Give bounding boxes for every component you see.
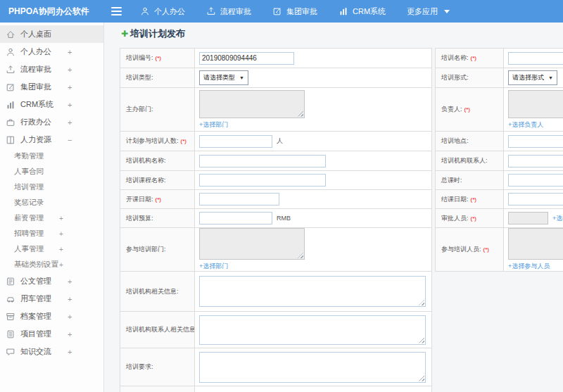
sidebar-item-label: 流程审批 xyxy=(20,64,51,75)
leader-select-link[interactable]: +选择负责人 xyxy=(508,120,543,129)
course-name-input[interactable] xyxy=(199,174,326,186)
budget-input[interactable] xyxy=(199,212,272,225)
leader-box[interactable] xyxy=(508,90,563,118)
budget-label: 培训预算: xyxy=(126,214,153,223)
sidebar-item-group-approval[interactable]: 集团审批+ xyxy=(0,78,103,96)
host-dept-label-cell: 主办部门: xyxy=(120,88,195,131)
form-right-table: 培训名称:(*)培训形式:请选择形式▼负责人:(*)+选择负责人培训地点:培训机… xyxy=(435,48,563,272)
approver-label: 审批人员: xyxy=(441,214,469,223)
required-mark: (*) xyxy=(471,215,476,222)
form-row-participants: 参与培训人员:(*)+选择参与人员 xyxy=(436,228,563,272)
planned-count-input[interactable] xyxy=(199,135,272,148)
location-label: 培训地点: xyxy=(441,137,469,146)
planned-count-unit: 人 xyxy=(277,137,283,146)
expand-indicator: − xyxy=(68,136,72,144)
sidebar-subitem-training[interactable]: 培训管理 xyxy=(0,179,103,195)
caret-down-icon: ▼ xyxy=(548,75,553,80)
form-row-end-date: 结课日期:(*) xyxy=(436,190,563,209)
nav-crm-system-label: CRM系统 xyxy=(353,6,386,17)
sidebar-subitem-reward-punish[interactable]: 奖惩记录 xyxy=(0,195,103,210)
location-input[interactable] xyxy=(508,135,563,148)
host-dept-select-link[interactable]: +选择部门 xyxy=(199,120,228,129)
training-no-input[interactable] xyxy=(199,52,294,65)
sidebar-item-project[interactable]: 项目管理+ xyxy=(0,325,103,343)
total-hours-input[interactable] xyxy=(508,174,563,186)
sidebar-item-personal-desktop[interactable]: 个人桌面 xyxy=(0,25,103,43)
host-dept-box[interactable] xyxy=(199,90,305,118)
course-name-label: 培训课程名称: xyxy=(126,176,166,185)
expand-indicator: + xyxy=(68,118,72,127)
sidebar-subitem-label: 基础类别设置 xyxy=(14,260,58,270)
book-icon xyxy=(6,135,15,145)
start-date-input[interactable] xyxy=(199,193,279,206)
course-name-label-cell: 培训课程名称: xyxy=(120,171,195,189)
sidebar-subitem-recruit[interactable]: 招聘管理+ xyxy=(0,226,103,241)
org-info-label-cell: 培训机构相关信息: xyxy=(120,272,195,311)
nav-workflow-approval[interactable]: 流程审批 xyxy=(206,6,251,17)
total-hours-label-cell: 总课时: xyxy=(436,171,504,189)
sidebar-subitem-label: 培训管理 xyxy=(14,182,44,192)
planned-count-field-cell: 人 xyxy=(195,132,431,151)
participants-box[interactable] xyxy=(508,228,563,260)
hamburger-menu-icon[interactable] xyxy=(111,7,122,15)
expand-indicator: + xyxy=(59,215,63,222)
sidebar-item-crm-system[interactable]: CRM系统+ xyxy=(0,96,103,113)
sidebar-subitem-base-category[interactable]: 基础类别设置+ xyxy=(0,257,103,272)
participants-select-link[interactable]: +选择参与人员 xyxy=(508,262,550,271)
approver-label-cell: 审批人员:(*) xyxy=(436,209,504,227)
training-req-label: 培训要求: xyxy=(126,362,153,372)
sidebar-subitem-label: 人事管理 xyxy=(14,244,44,254)
nav-more-apps[interactable]: 更多应用 xyxy=(407,6,450,17)
sidebar-item-hr[interactable]: 人力资源− xyxy=(0,131,103,148)
sidebar-subitem-attendance[interactable]: 考勤管理 xyxy=(0,148,103,164)
sidebar-item-document[interactable]: 公文管理+ xyxy=(0,272,103,290)
sidebar-item-admin-office[interactable]: 行政办公+ xyxy=(0,113,103,131)
join-dept-box[interactable] xyxy=(199,228,305,260)
org-contact-info-textarea[interactable] xyxy=(199,315,426,345)
training-name-label: 培训名称: xyxy=(441,53,469,63)
sidebar-item-personal-office[interactable]: 个人办公+ xyxy=(0,43,103,61)
approver-input[interactable] xyxy=(508,212,548,225)
org-contact-input[interactable] xyxy=(508,155,563,167)
sidebar-subitem-salary[interactable]: 薪资管理+ xyxy=(0,210,103,226)
leader-label: 负责人: xyxy=(441,105,462,114)
total-hours-label: 总课时: xyxy=(441,176,462,185)
required-mark: (*) xyxy=(471,55,476,61)
required-mark: (*) xyxy=(471,196,476,203)
top-nav: 个人办公流程审批集团审批CRM系统更多应用 xyxy=(140,6,450,17)
training-type-select[interactable]: 请选择类型▼ xyxy=(199,70,248,85)
org-info-textarea[interactable] xyxy=(199,276,426,307)
total-hours-field-cell xyxy=(504,171,563,189)
end-date-field-cell xyxy=(504,190,563,208)
chart-icon xyxy=(6,100,15,110)
attachment-field-cell: +附件上传 xyxy=(195,386,431,392)
sidebar-subitem-personnel[interactable]: 人事管理+ xyxy=(0,241,103,257)
sidebar-subitem-hr-contract[interactable]: 人事合同 xyxy=(0,164,103,179)
nav-group-approval[interactable]: 集团审批 xyxy=(272,6,317,17)
sidebar-item-knowledge[interactable]: 知识交流+ xyxy=(0,343,103,360)
form-row-location: 培训地点: xyxy=(436,132,563,151)
sidebar-item-vehicle[interactable]: 用车管理+ xyxy=(0,290,103,308)
approver-select-link[interactable]: +选择审批人员 xyxy=(552,214,563,223)
archive-icon xyxy=(6,312,15,322)
sidebar-item-workflow-approval[interactable]: 流程审批+ xyxy=(0,61,103,78)
org-name-input[interactable] xyxy=(199,155,326,167)
expand-indicator: + xyxy=(68,312,72,321)
sidebar-item-label: 行政办公 xyxy=(20,117,51,127)
training-form-select[interactable]: 请选择形式▼ xyxy=(508,70,557,85)
join-dept-field-cell: +选择部门 xyxy=(195,228,431,271)
sidebar-subitem-label: 薪资管理 xyxy=(14,213,44,223)
join-dept-select-link[interactable]: +选择部门 xyxy=(199,262,228,271)
training-name-field-cell xyxy=(504,49,563,68)
participants-label: 参与培训人员: xyxy=(441,245,481,254)
form-row-planned-count: 计划参与培训人数:(*)人 xyxy=(120,132,431,151)
join-dept-label-cell: 参与培训部门: xyxy=(120,228,195,271)
training-name-input[interactable] xyxy=(508,52,563,65)
sidebar-item-label: 档案管理 xyxy=(20,311,51,322)
training-req-textarea[interactable] xyxy=(199,352,426,383)
org-contact-label: 培训机构联系人: xyxy=(441,156,488,165)
nav-crm-system[interactable]: CRM系统 xyxy=(339,6,386,17)
end-date-input[interactable] xyxy=(508,193,563,206)
nav-personal-office[interactable]: 个人办公 xyxy=(140,6,185,17)
sidebar-item-archive[interactable]: 档案管理+ xyxy=(0,308,103,325)
